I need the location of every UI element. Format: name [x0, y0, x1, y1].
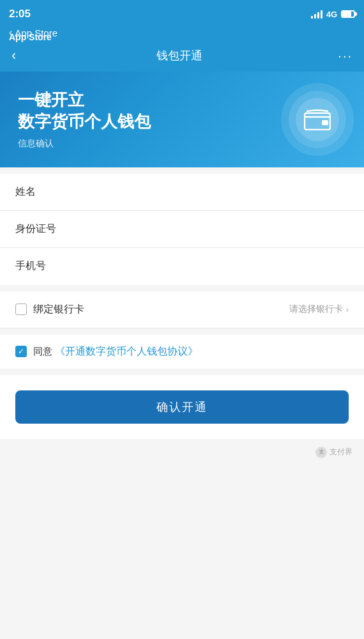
idcard-field-row: 身份证号: [0, 211, 364, 248]
footer-logo: 支: [315, 447, 327, 458]
agreement-text: 同意 《开通数字货币个人钱包协议》: [33, 345, 198, 358]
phone-input[interactable]: [66, 261, 349, 272]
name-label: 姓名: [15, 185, 66, 199]
status-right: App Store 4G: [311, 10, 355, 19]
network-label: 4G: [326, 10, 337, 19]
bank-select-text: 请选择银行卡: [289, 304, 343, 315]
confirm-button[interactable]: 确认开通: [15, 390, 349, 424]
bank-bind-label: 绑定银行卡: [33, 303, 289, 316]
agreement-checkbox[interactable]: ✓: [15, 346, 27, 357]
phone-field-row: 手机号: [0, 248, 364, 285]
agreement-row: ✓ 同意 《开通数字货币个人钱包协议》: [0, 335, 364, 369]
status-bar: 2:05 App Store 4G: [0, 0, 364, 28]
signal-icon: [311, 10, 322, 19]
status-left: 2:05: [9, 8, 31, 20]
battery-icon: [341, 10, 355, 18]
confirm-button-area: 确认开通: [0, 375, 364, 439]
back-button[interactable]: ‹: [11, 45, 21, 66]
status-time: 2:05: [9, 8, 31, 20]
svg-rect-1: [322, 120, 328, 125]
footer-watermark: 支付界: [330, 447, 353, 458]
form-area: 姓名 身份证号 手机号: [0, 174, 364, 285]
hero-title-line1: 一键开立: [18, 89, 151, 111]
idcard-label: 身份证号: [15, 222, 66, 236]
chevron-right-icon: ›: [345, 304, 349, 314]
checkmark-icon: ✓: [18, 347, 24, 356]
agreement-link[interactable]: 《开通数字货币个人钱包协议》: [55, 346, 198, 357]
phone-label: 手机号: [15, 259, 66, 273]
bank-select-button[interactable]: 请选择银行卡 ›: [289, 304, 349, 315]
hero-text: 一键开立 数字货币个人钱包 信息确认: [18, 89, 151, 150]
hero-banner: 一键开立 数字货币个人钱包 信息确认: [0, 72, 364, 167]
app-store-label: App Store: [9, 32, 52, 42]
idcard-input[interactable]: [66, 223, 349, 235]
nav-bar: ‹ 钱包开通 ···: [0, 40, 364, 72]
nav-title: 钱包开通: [156, 48, 202, 63]
wallet-icon: [304, 109, 331, 130]
name-input[interactable]: [66, 186, 349, 197]
hero-subtitle: 信息确认: [18, 138, 151, 150]
more-button[interactable]: ···: [338, 49, 353, 63]
footer: 支 支付界: [0, 439, 364, 463]
name-field-row: 姓名: [0, 174, 364, 211]
hero-icon-container: [289, 91, 346, 148]
hero-title-line2: 数字货币个人钱包: [18, 111, 151, 133]
agreement-prefix: 同意: [33, 346, 55, 357]
bank-bind-row[interactable]: 绑定银行卡 请选择银行卡 ›: [0, 291, 364, 328]
hero-icon-inner: [296, 98, 339, 141]
bank-bind-checkbox[interactable]: [15, 304, 27, 315]
